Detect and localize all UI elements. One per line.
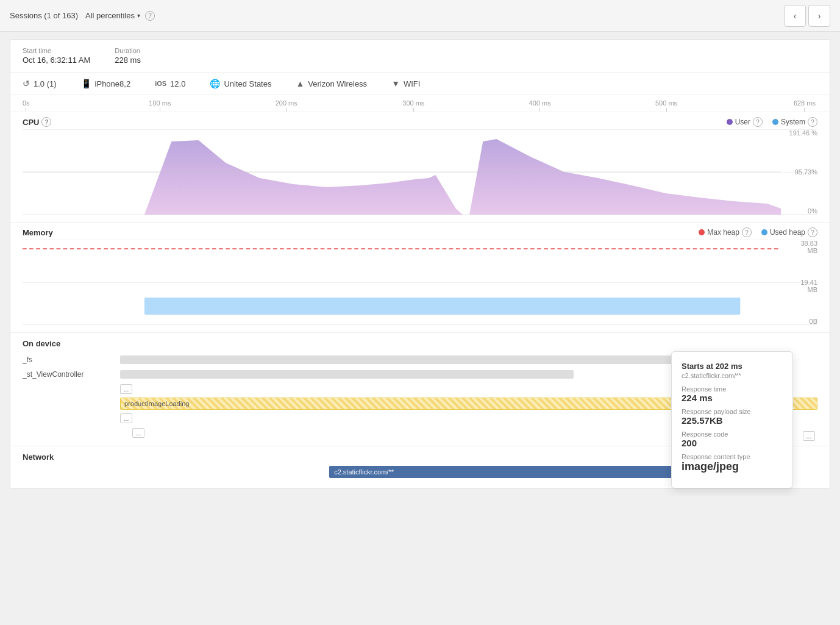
network-bar-text: c2.staticflickr.com/**: [334, 468, 394, 476]
tooltip-subtitle: c2.staticflickr.com/**: [682, 372, 783, 379]
tooltip-popup: Starts at 202 ms c2.staticflickr.com/** …: [671, 351, 793, 488]
user-legend: User ?: [727, 117, 763, 127]
timeline-ruler: 0s 100 ms 200 ms 300 ms 400 ms 500 ms 62…: [10, 95, 830, 112]
user-help-icon[interactable]: ?: [753, 117, 763, 127]
start-time-meta: Start time Oct 16, 6:32:11 AM: [23, 47, 90, 65]
ruler-mark-0: 0s: [23, 99, 30, 112]
ruler-mark-500: 500 ms: [655, 99, 677, 112]
payload-row: Response payload size 225.57KB: [682, 408, 783, 426]
cpu-title-text: CPU: [23, 118, 39, 127]
wifi-icon: ▼: [391, 79, 400, 88]
trailing-expand-button[interactable]: ...: [803, 431, 815, 441]
network-bar: c2.staticflickr.com/**: [329, 466, 678, 478]
system-legend: System ?: [772, 117, 817, 127]
ruler-mark-200: 200 ms: [276, 99, 297, 112]
start-time-label: Start time: [23, 47, 90, 54]
trace-bar-st: [120, 370, 574, 379]
version-icon: ↺: [23, 79, 30, 88]
payload-label: Response payload size: [682, 408, 783, 415]
used-heap-label: Used heap: [770, 228, 805, 237]
trailing-expand: ...: [803, 431, 817, 441]
tooltip-title: Starts at 202 ms: [682, 362, 783, 371]
cpu-header: CPU ? User ? System ?: [23, 112, 817, 129]
trace-label-fs: _fs: [23, 355, 120, 364]
ruler-mark-100: 100 ms: [149, 99, 171, 112]
globe-icon: 🌐: [210, 79, 220, 88]
help-icon[interactable]: ?: [145, 11, 155, 21]
model-info: 📱 iPhone8,2: [81, 79, 131, 88]
max-heap-help-icon[interactable]: ?: [742, 227, 752, 237]
max-heap-label: Max heap: [707, 228, 739, 237]
duration-value: 228 ms: [115, 55, 141, 65]
response-time-label: Response time: [682, 385, 783, 393]
code-row: Response code 200: [682, 430, 783, 448]
prev-button[interactable]: ‹: [784, 5, 806, 27]
network-value: WIFI: [404, 79, 420, 88]
memory-svg: [23, 240, 781, 325]
payload-value: 225.57KB: [682, 415, 723, 426]
ruler-mark-400: 400 ms: [529, 99, 551, 112]
trace-bar-fs: [120, 355, 706, 364]
ruler-marks: 0s 100 ms 200 ms 300 ms 400 ms 500 ms 62…: [23, 95, 817, 112]
content-type-label: Response content type: [682, 453, 783, 460]
version-value: 1.0 (1): [34, 79, 57, 88]
nav-buttons: ‹ ›: [784, 5, 830, 27]
content-type-row: Response content type image/jpeg: [682, 453, 783, 473]
network-info: ▼ WIFI: [391, 79, 420, 88]
duration-label: Duration: [115, 47, 141, 54]
ruler-mark-300: 300 ms: [402, 99, 424, 112]
on-device-section: On device _fs _st_ViewController ... pro…: [10, 333, 830, 446]
content-type-value: image/jpeg: [682, 460, 739, 473]
expand-button-2[interactable]: ...: [120, 413, 132, 423]
response-time-value: 224 ms: [682, 393, 713, 403]
country-value: United States: [224, 79, 271, 88]
expand-button-1[interactable]: ...: [120, 384, 132, 394]
system-dot: [772, 119, 778, 125]
max-heap-dot: [699, 229, 705, 235]
mem-y-top: 38.83MB: [800, 240, 817, 254]
trace-label-st: _st_ViewController: [23, 370, 120, 379]
expand-button-3[interactable]: ...: [132, 428, 144, 438]
top-bar: Sessions (1 of 163) All percentiles ▾ ? …: [0, 0, 840, 32]
system-label: System: [781, 118, 805, 126]
used-heap-dot: [761, 229, 767, 235]
cpu-legend: User ? System ?: [727, 117, 817, 127]
os-value: 12.0: [170, 79, 185, 88]
cpu-section: CPU ? User ? System ?: [10, 112, 830, 223]
memory-title: Memory: [23, 228, 53, 237]
model-value: iPhone8,2: [95, 79, 131, 88]
start-time-value: Oct 16, 6:32:11 AM: [23, 55, 90, 65]
cpu-chart: 191.46 % 95.73% 0%: [23, 129, 817, 215]
max-heap-legend: Max heap ?: [699, 227, 752, 237]
percentile-label: All percentiles: [85, 11, 135, 20]
code-label: Response code: [682, 430, 783, 438]
memory-chart: 38.83MB 19.41MB 0B: [23, 240, 817, 325]
used-heap-help-icon[interactable]: ?: [808, 227, 817, 237]
phone-icon: 📱: [81, 79, 91, 88]
code-value: 200: [682, 438, 697, 448]
used-heap-legend: Used heap ?: [761, 227, 817, 237]
next-button[interactable]: ›: [808, 5, 830, 27]
ios-icon: iOS: [155, 80, 166, 87]
cpu-svg: [23, 129, 781, 215]
on-device-title: On device: [23, 333, 817, 353]
country-info: 🌐 United States: [210, 79, 271, 88]
carrier-info: ▲ Verizon Wireless: [296, 79, 367, 88]
cpu-title: CPU ?: [23, 117, 51, 127]
mem-y-mid: 19.41MB: [800, 279, 817, 293]
version-info: ↺ 1.0 (1): [23, 79, 57, 88]
memory-legend: Max heap ? Used heap ?: [699, 227, 817, 237]
response-time-row: Response time 224 ms: [682, 385, 783, 403]
system-help-icon[interactable]: ?: [808, 117, 817, 127]
svg-rect-2: [144, 298, 740, 315]
ruler-mark-628: 628 ms: [794, 99, 816, 112]
device-info-row: ↺ 1.0 (1) 📱 iPhone8,2 iOS 12.0 🌐 United …: [10, 73, 830, 95]
cpu-y-top: 191.46 %: [789, 129, 817, 137]
cpu-help-icon[interactable]: ?: [41, 117, 51, 127]
sessions-label: Sessions (1 of 163): [10, 11, 78, 20]
duration-meta: Duration 228 ms: [115, 47, 141, 65]
user-dot: [727, 119, 733, 125]
percentile-selector[interactable]: All percentiles ▾: [85, 11, 140, 20]
signal-icon: ▲: [296, 79, 304, 88]
main-card: Start time Oct 16, 6:32:11 AM Duration 2…: [10, 39, 830, 489]
